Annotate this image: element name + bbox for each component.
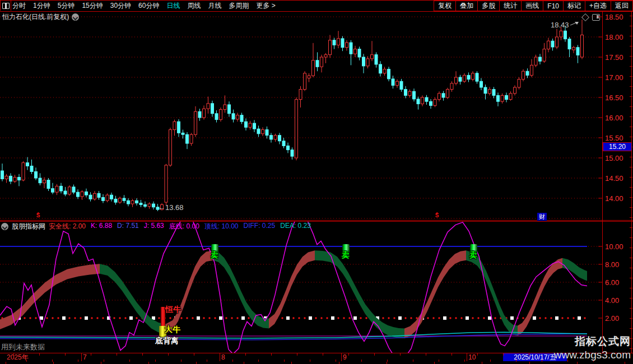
candle xyxy=(203,109,206,118)
safety-dot xyxy=(348,317,350,319)
candle xyxy=(480,81,483,87)
candle xyxy=(152,204,155,207)
site-watermark: 指标公式网 www.zbgs3.com xyxy=(554,334,631,361)
safety-dot-white xyxy=(466,316,469,320)
split-marker-icon[interactable]: ▲S xyxy=(35,212,41,217)
candle xyxy=(354,49,357,54)
finance-report-badge[interactable]: 财 xyxy=(537,213,547,221)
safety-dot-white xyxy=(578,316,581,320)
tab-9[interactable]: 月线 xyxy=(208,1,221,11)
safety-dot xyxy=(169,317,171,319)
right-strip-tick xyxy=(630,237,632,238)
indicator-collapse-icon[interactable] xyxy=(1,223,8,230)
candle xyxy=(430,101,432,105)
safety-dot xyxy=(292,317,294,319)
safety-dot-white xyxy=(510,316,514,320)
safety-dot-white xyxy=(488,316,491,320)
candle xyxy=(295,100,298,158)
candle xyxy=(522,71,525,79)
candle xyxy=(497,95,500,101)
time-tick xyxy=(117,353,117,356)
toolbar-button-复权[interactable]: 复权 xyxy=(434,1,456,11)
tab-4[interactable]: 15分钟 xyxy=(82,1,103,11)
candle xyxy=(89,195,92,199)
toolbar-button-叠加[interactable]: 叠加 xyxy=(456,1,478,11)
tab-7[interactable]: 日线 xyxy=(166,1,180,11)
candle xyxy=(530,65,533,75)
candle xyxy=(224,105,226,110)
indicator-value-J: J: 5.63 xyxy=(144,222,164,231)
safety-dot xyxy=(52,317,53,319)
safety-dot-white xyxy=(85,316,88,320)
safety-dot-white xyxy=(40,316,43,320)
toolbar-button-统计[interactable]: 统计 xyxy=(500,1,522,11)
candle xyxy=(442,94,445,97)
tab-5[interactable]: 30分钟 xyxy=(110,1,131,11)
toolbar-button-标记[interactable]: 标记 xyxy=(564,1,585,11)
tab-10[interactable]: 多周期 xyxy=(229,1,249,11)
safety-dot xyxy=(438,317,440,319)
safety-dot-white xyxy=(241,316,245,320)
tab-11[interactable]: 更多 > xyxy=(256,1,275,11)
candle xyxy=(472,73,474,80)
safety-dot xyxy=(494,317,496,319)
indicator-value-顶线: 顶线: 10.00 xyxy=(204,222,239,231)
toolbar-button-返回[interactable]: 返回 xyxy=(611,1,633,11)
candle xyxy=(119,198,122,202)
candle xyxy=(123,198,125,200)
tab-2[interactable]: 1分钟 xyxy=(33,1,50,11)
safety-dot xyxy=(186,317,188,319)
indicator-value-DIFF: DIFF: 0.25 xyxy=(244,222,276,231)
layout-toggle-button[interactable] xyxy=(0,1,11,11)
tab-6[interactable]: 60分钟 xyxy=(138,1,159,11)
candle xyxy=(404,90,407,96)
candle xyxy=(455,77,458,83)
candle xyxy=(291,150,294,157)
right-strip-tick xyxy=(630,46,632,46)
safety-dot xyxy=(343,317,345,319)
right-strip-tick xyxy=(630,106,632,107)
safety-dot xyxy=(320,317,322,319)
toolbar-button-多股[interactable]: 多股 xyxy=(478,1,500,11)
indicator-value-安全线: 安全线: 2.00 xyxy=(49,222,86,231)
candle xyxy=(417,99,420,104)
safety-dot-white xyxy=(443,316,446,320)
indicator-value-D: D: 7.51 xyxy=(117,222,139,231)
candle xyxy=(97,193,100,197)
trading-app-window: 分时1分钟5分钟15分钟30分钟60分钟日线周线月线多周期更多 > 复权叠加多股… xyxy=(0,0,633,364)
safety-dot xyxy=(124,317,126,319)
indicator-canvas[interactable] xyxy=(0,221,602,353)
right-strip-tick xyxy=(630,278,632,278)
tab-1[interactable]: 分时 xyxy=(12,1,26,11)
candle xyxy=(64,191,67,194)
safety-dot-white xyxy=(197,316,200,320)
price-tick-15.50: 15.50 xyxy=(605,134,631,142)
bottom-strip-divider xyxy=(291,362,292,364)
main-chart-canvas[interactable] xyxy=(0,11,602,220)
safety-dot xyxy=(96,317,98,319)
candle xyxy=(198,111,201,118)
right-strip-tick xyxy=(630,26,632,26)
safety-dot xyxy=(74,317,76,319)
price-tick-16.50: 16.50 xyxy=(605,94,631,101)
candle xyxy=(173,122,176,129)
tab-3[interactable]: 5分钟 xyxy=(58,1,75,11)
toolbar-button-F10[interactable]: F10 xyxy=(543,1,564,11)
tab-8[interactable]: 周线 xyxy=(187,1,201,11)
toolbar-button-画线[interactable]: 画线 xyxy=(522,1,543,11)
indicator-value-DEA: DEA: 0.23 xyxy=(280,222,311,231)
toolbar-button-+自选[interactable]: +自选 xyxy=(585,1,611,11)
safety-dot xyxy=(561,317,563,319)
candle xyxy=(22,163,25,180)
split-marker-icon[interactable]: ▲S xyxy=(434,212,440,217)
price-tick-17.50: 17.50 xyxy=(605,54,631,61)
safety-dot xyxy=(192,317,193,319)
candle xyxy=(211,104,214,114)
right-strip-tick xyxy=(630,308,632,309)
month-label-7: 7 xyxy=(83,353,87,361)
time-tick xyxy=(477,353,478,356)
price-tick-18.50: 18.50 xyxy=(605,13,631,21)
time-tick xyxy=(142,353,143,356)
candle xyxy=(366,59,369,66)
candle xyxy=(30,166,33,171)
